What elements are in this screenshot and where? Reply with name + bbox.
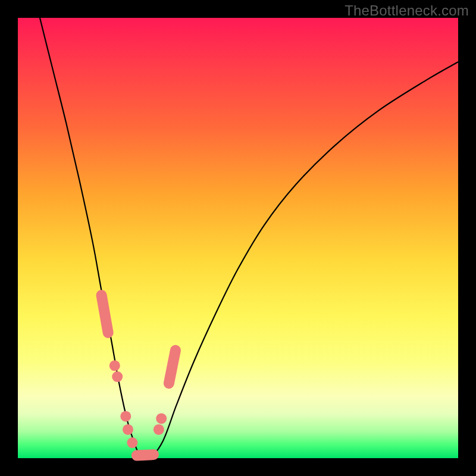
watermark-text: TheBottleneck.com [345,2,469,19]
chart-plot-area [18,18,458,458]
